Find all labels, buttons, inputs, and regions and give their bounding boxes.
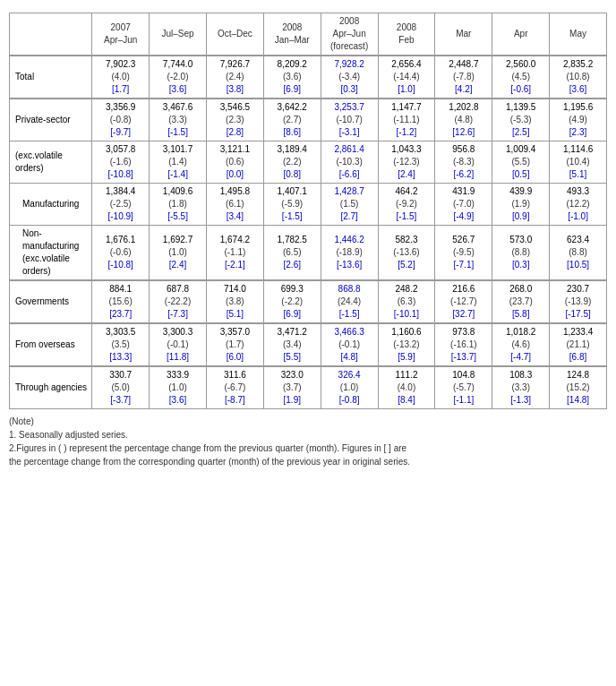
cell-0-2: 7,926.7(2.4)[3.8] (206, 56, 263, 99)
cell-1-6: 1,202.8(4.8)[12.6] (435, 99, 492, 141)
cell-2-4: 2,861.4(-10.3)[-6.6] (321, 141, 378, 184)
cell-1-8: 1,195.6(4.9)[2.3] (550, 99, 607, 141)
cell-6-1: 3,300.3(-0.1)[11.8] (150, 323, 207, 366)
cell-6-2: 3,357.0(1.7)[6.0] (206, 323, 263, 366)
period-apr-jun-forecast: Apr–Jun (324, 28, 375, 40)
cell-0-0: 7,902.3(4.0)[1.7] (92, 56, 150, 99)
note-line-2: 2.Figures in ( ) represent the percentag… (9, 442, 607, 455)
row-label-0: Total (10, 56, 92, 99)
cell-1-4: 3,253.7(-10.7)[-3.1] (321, 99, 378, 141)
cell-5-2: 714.0(3.8)[5.1] (206, 280, 263, 323)
col-header-4: 2008 Jan–Mar (263, 13, 321, 56)
period-jan-mar: Jan–Mar (267, 34, 318, 47)
cell-3-6: 431.9(-7.0)[-4.9] (435, 184, 492, 226)
cell-5-4: 868.8(24.4)[-1.5] (321, 280, 378, 323)
col-header-0 (10, 13, 92, 56)
cell-3-4: 1,428.7(1.5)[2.7] (321, 184, 378, 226)
col-header-5: 2008 Apr–Jun (forecast) (321, 13, 378, 56)
cell-5-6: 216.6(-12.7)[32.7] (435, 280, 492, 323)
cell-3-1: 1,409.6(1.8)[-5.5] (150, 184, 207, 226)
cell-7-3: 323.0(3.7)[1.9] (263, 366, 321, 409)
row-label-4: Non-manufacturing(exc.volatile orders) (10, 226, 92, 281)
cell-0-4: 7,928.2(-3.4)[0.3] (321, 56, 378, 99)
notes-section: (Note)1. Seasonally adjusted series.2.Fi… (9, 415, 607, 468)
cell-2-3: 3,189.4(2.2)[0.8] (263, 141, 321, 184)
cell-1-1: 3,467.6(3.3)[-1.5] (150, 99, 207, 141)
col-header-8: Apr (492, 13, 550, 56)
cell-6-8: 1,233.4(21.1)[6.8] (550, 323, 607, 366)
cell-5-5: 248.2(6.3)[-10.1] (378, 280, 435, 323)
cell-0-6: 2,448.7(-7.8)[4.2] (435, 56, 492, 99)
cell-3-7: 439.9(1.9)[0.9] (492, 184, 550, 226)
cell-2-7: 1,009.4(5.5)[0.5] (492, 141, 550, 184)
cell-4-0: 1,676.1(-0.6)[-10.8] (92, 226, 150, 281)
cell-7-6: 104.8(-5.7)[-1.1] (435, 366, 492, 409)
main-table: 2007 Apr–Jun Jul–Sep Oct–Dec 2008 Jan–Ma… (9, 13, 607, 409)
cell-4-7: 573.0(8.8)[0.3] (492, 226, 550, 281)
cell-2-0: 3,057.8(-1.6)[-10.8] (92, 141, 150, 184)
year-2008: 2008 (267, 21, 318, 34)
note-line-3: the percentage change from the correspon… (9, 455, 607, 468)
row-label-7: Through agencies (10, 366, 92, 409)
cell-6-0: 3,303.5(3.5)[13.3] (92, 323, 150, 366)
cell-6-5: 1,160.6(-13.2)[5.9] (378, 323, 435, 366)
cell-7-2: 311.6(-6.7)[-8.7] (206, 366, 263, 409)
cell-7-8: 124.8(15.2)[14.8] (550, 366, 607, 409)
col-header-2: Jul–Sep (150, 13, 207, 56)
period-apr-jun: Apr–Jun (95, 34, 146, 47)
cell-2-5: 1,043.3(-12.3)[2.4] (378, 141, 435, 184)
cell-4-1: 1,692.7(1.0)[2.4] (150, 226, 207, 281)
note-line-1: 1. Seasonally adjusted series. (9, 428, 607, 442)
row-label-5: Governments (10, 280, 92, 323)
cell-3-2: 1,495.8(6.1)[3.4] (206, 184, 263, 226)
cell-4-4: 1,446.2(-18.9)[-13.6] (321, 226, 378, 281)
cell-7-4: 326.4(1.0)[-0.8] (321, 366, 378, 409)
cell-5-1: 687.8(-22.2)[-7.3] (150, 280, 207, 323)
row-label-1: Private-sector (10, 99, 92, 141)
cell-0-1: 7,744.0(-2.0)[3.6] (150, 56, 207, 99)
forecast-label: (forecast) (324, 40, 375, 53)
cell-6-4: 3,466.3(-0.1)[4.8] (321, 323, 378, 366)
col-header-6: 2008 Feb (378, 13, 435, 56)
cell-0-5: 2,656.4(-14.4)[1.0] (378, 56, 435, 99)
cell-1-5: 1,147.7(-11.1)[-1.2] (378, 99, 435, 141)
cell-0-7: 2,560.0(4.5)[-0.6] (492, 56, 550, 99)
col-header-1: 2007 Apr–Jun (92, 13, 150, 56)
cell-2-1: 3,101.7(1.4)[-1.4] (150, 141, 207, 184)
cell-4-6: 526.7(-9.5)[-7.1] (435, 226, 492, 281)
cell-1-3: 3,642.2(2.7)[8.6] (263, 99, 321, 141)
cell-2-6: 956.8(-8.3)[-6.2] (435, 141, 492, 184)
cell-3-8: 493.3(12.2)[-1.0] (550, 184, 607, 226)
cell-1-0: 3,356.9(-0.8)[-9.7] (92, 99, 150, 141)
cell-5-7: 268.0(23.7)[5.8] (492, 280, 550, 323)
cell-5-0: 884.1(15.6)[23.7] (92, 280, 150, 323)
col-header-9: May (550, 13, 607, 56)
year-2008-forecast: 2008 (324, 15, 375, 28)
cell-6-6: 973.8(-16.1)[-13.7] (435, 323, 492, 366)
cell-6-7: 1,018.2(4.6)[-4.7] (492, 323, 550, 366)
cell-4-8: 623.4(8.8)[10.5] (550, 226, 607, 281)
period-feb: Feb (381, 34, 432, 47)
cell-5-3: 699.3(-2.2)[6.9] (263, 280, 321, 323)
cell-3-0: 1,384.4(-2.5)[-10.9] (92, 184, 150, 226)
cell-4-5: 582.3(-13.6)[5.2] (378, 226, 435, 281)
row-label-2: (exc.volatile orders) (10, 141, 92, 184)
cell-2-2: 3,121.1(0.6)[0.0] (206, 141, 263, 184)
cell-3-5: 464.2(-9.2)[-1.5] (378, 184, 435, 226)
row-label-3: Manufacturing (10, 184, 92, 226)
cell-7-7: 108.3(3.3)[-1.3] (492, 366, 550, 409)
cell-2-8: 1,114.6(10.4)[5.1] (550, 141, 607, 184)
cell-1-7: 1,139.5(-5.3)[2.5] (492, 99, 550, 141)
note-line-0: (Note) (9, 415, 607, 428)
col-header-7: Mar (435, 13, 492, 56)
cell-6-3: 3,471.2(3.4)[5.5] (263, 323, 321, 366)
year-2008-b: 2008 (381, 21, 432, 34)
cell-5-8: 230.7(-13.9)[-17.5] (550, 280, 607, 323)
col-header-3: Oct–Dec (206, 13, 263, 56)
cell-3-3: 1,407.1(-5.9)[-1.5] (263, 184, 321, 226)
cell-7-1: 333.9(1.0)[3.6] (150, 366, 207, 409)
cell-0-8: 2,835.2(10.8)[3.6] (550, 56, 607, 99)
cell-7-0: 330.7(5.0)[-3.7] (92, 366, 150, 409)
cell-4-2: 1,674.2(-1.1)[-2.1] (206, 226, 263, 281)
cell-1-2: 3,546.5(2.3)[2.8] (206, 99, 263, 141)
